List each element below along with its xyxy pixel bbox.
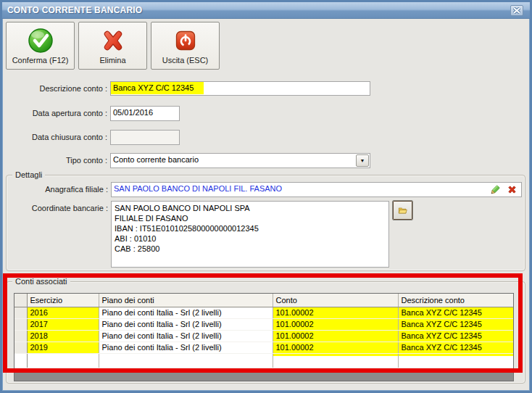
coordinate-bancarie-textarea[interactable]: SAN PAOLO BANCO DI NAPOLI SPA FILIALE DI… [111, 201, 389, 268]
anagrafica-filiale-field[interactable]: SAN PAOLO BANCO DI NAPOLI FIL. FASANO [111, 182, 522, 197]
data-chiusura-label: Data chiusura conto : [6, 133, 107, 141]
cell-esercizio[interactable]: 2018 [27, 330, 99, 342]
anagrafica-filiale-value: SAN PAOLO BANCO DI NAPOLI FIL. FASANO [114, 184, 282, 193]
window-title: CONTO CORRENTE BANCARIO [7, 2, 142, 19]
conferma-label: Conferma (F12) [12, 56, 69, 69]
uscita-button[interactable]: Uscita (ESC) [151, 22, 220, 70]
row-selector[interactable] [14, 356, 27, 368]
chevron-down-icon: ▼ [360, 158, 365, 163]
table-row: 2016Piano dei conti Italia - Srl (2 live… [14, 307, 514, 318]
edit-pencil-icon [489, 184, 501, 196]
power-icon [151, 30, 219, 51]
cell-esercizio[interactable]: 2019 [27, 342, 99, 353]
column-header-descrizione-conto[interactable]: Descrizione conto [398, 294, 514, 307]
combo-dropdown-button[interactable]: ▼ [356, 154, 369, 167]
conti-associati-grid: Esercizio Piano dei conti Conto Descrizi… [14, 293, 514, 381]
descrizione-conto-field[interactable]: Banca XYZ C/C 12345 [110, 81, 370, 96]
table-row: 2018Piano dei conti Italia - Srl (2 live… [14, 330, 514, 342]
grid-header-row: Esercizio Piano dei conti Conto Descrizi… [14, 294, 514, 307]
cell-conto[interactable]: 101.00002 [273, 342, 398, 353]
conto-corrente-bancario-window: CONTO CORRENTE BANCARIO Conferm [0, 0, 532, 393]
descrizione-conto-label: Descrizione conto : [6, 84, 107, 93]
cell-piano-dei-conti[interactable]: Piano dei conti Italia - Srl (2 livelli) [99, 307, 273, 318]
cell-piano-dei-conti[interactable]: Piano dei conti Italia - Srl (2 livelli) [99, 330, 273, 342]
tipo-conto-value: Conto corrente bancario [113, 155, 199, 164]
red-x-icon [79, 28, 146, 54]
data-apertura-field[interactable]: 05/01/2016 [110, 106, 180, 121]
grid-corner-cell [14, 294, 27, 307]
row-selector[interactable] [14, 342, 27, 353]
open-folder-button[interactable] [393, 201, 412, 220]
column-header-piano-dei-conti[interactable]: Piano dei conti [99, 294, 273, 307]
edit-pencil-button[interactable] [489, 184, 501, 196]
table-row: 2017Piano dei conti Italia - Srl (2 live… [14, 318, 514, 330]
anagrafica-filiale-label: Anagrafica filiale : [7, 185, 108, 194]
dettagli-groupbox: Dettagli Anagrafica filiale : SAN PAOLO … [6, 175, 525, 271]
cell-esercizio[interactable]: 2016 [27, 307, 99, 318]
uscita-label: Uscita (ESC) [162, 56, 209, 69]
tipo-conto-label: Tipo conto : [6, 156, 107, 165]
cell-descrizione-conto[interactable]: Banca XYZ C/C 12345 [398, 330, 514, 342]
table-row: 2019Piano dei conti Italia - Srl (2 live… [14, 342, 514, 353]
data-apertura-label: Data apertura conto : [6, 109, 107, 117]
cell-descrizione-conto[interactable]: Banca XYZ C/C 12345 [398, 342, 514, 353]
cell-piano-dei-conti[interactable]: Piano dei conti Italia - Srl (2 livelli) [99, 318, 273, 330]
cell-conto[interactable]: 101.00002 [273, 307, 398, 318]
close-icon [513, 7, 520, 14]
empty-grid-row [14, 356, 514, 368]
clear-anagrafica-button[interactable] [507, 185, 517, 194]
column-header-esercizio[interactable]: Esercizio [27, 294, 99, 307]
conti-associati-group-title: Conti associati [12, 277, 70, 286]
descrizione-conto-value: Banca XYZ C/C 12345 [111, 82, 204, 94]
row-selector[interactable] [14, 330, 27, 342]
cell-piano-dei-conti[interactable]: Piano dei conti Italia - Srl (2 livelli) [99, 342, 273, 353]
green-check-circle-icon [7, 28, 74, 54]
elimina-label: Elimina [99, 56, 125, 69]
close-button[interactable] [510, 5, 523, 16]
cell-conto[interactable]: 101.00002 [273, 330, 398, 342]
clear-x-icon [507, 185, 517, 194]
folder-icon [398, 204, 407, 217]
coordinate-bancarie-label: Coordinate bancarie : [7, 204, 108, 212]
conferma-button[interactable]: Conferma (F12) [6, 22, 75, 70]
conti-associati-groupbox: Conti associati Esercizio Piano dei cont… [6, 281, 525, 384]
cell-esercizio[interactable]: 2017 [27, 318, 99, 330]
cell-descrizione-conto[interactable]: Banca XYZ C/C 12345 [398, 318, 514, 330]
cell-descrizione-conto[interactable]: Banca XYZ C/C 12345 [398, 307, 514, 318]
row-selector[interactable] [14, 318, 27, 330]
title-bar: CONTO CORRENTE BANCARIO [2, 2, 530, 19]
cell-conto[interactable]: 101.00002 [273, 318, 398, 330]
column-header-conto[interactable]: Conto [273, 294, 398, 307]
elimina-button[interactable]: Elimina [78, 22, 147, 70]
dettagli-group-title: Dettagli [12, 170, 45, 179]
row-selector[interactable] [14, 307, 27, 318]
tipo-conto-combobox[interactable]: Conto corrente bancario ▼ [110, 153, 370, 168]
data-chiusura-field[interactable] [110, 130, 180, 145]
